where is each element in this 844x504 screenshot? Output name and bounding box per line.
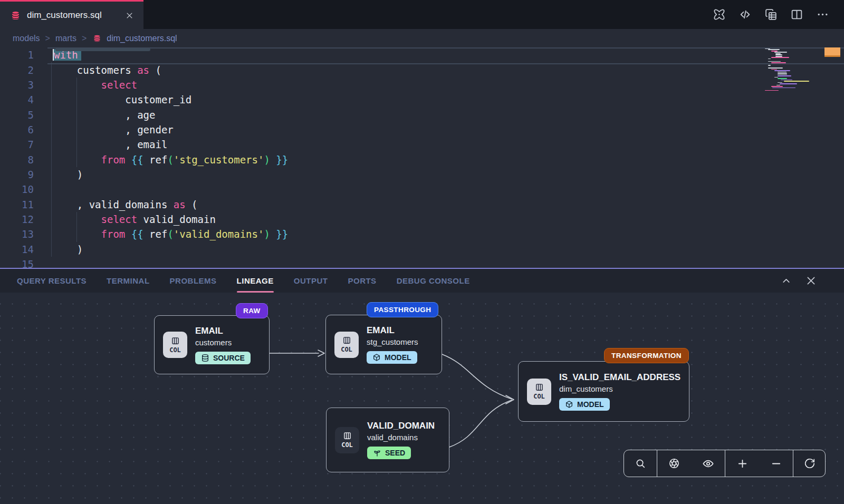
type-badge-label: MODEL [385,353,411,362]
code-line[interactable]: 6 , gender [0,122,844,137]
minimap-line [775,54,782,55]
panel-tab-output[interactable]: OUTPUT [294,269,328,293]
minimap-line [780,83,797,84]
code-token: ) [264,154,270,166]
breadcrumb-marts[interactable]: marts [55,34,76,43]
code-line[interactable]: 11 , valid_domains as ( [0,197,844,211]
minimap[interactable] [764,48,817,91]
code-token: , gender [53,124,174,135]
code-token: , age [53,109,155,121]
database-icon [93,34,101,43]
code-line[interactable]: 10 [0,182,844,197]
search-icon[interactable] [624,450,657,477]
code-text: , valid_domains as ( [53,199,198,210]
minimap-line [778,82,782,83]
zoom-in-icon[interactable] [725,450,759,477]
minimap-line [784,81,809,82]
code-token: valid_domain [137,214,216,225]
breadcrumb-file[interactable]: dim_customers.sql [107,34,177,43]
zoom-out-icon[interactable] [759,450,793,477]
line-number: 15 [0,258,34,268]
panel-tab-terminal[interactable]: TERMINAL [107,269,150,293]
line-number: 13 [0,228,34,240]
collapse-panel-icon[interactable] [781,275,792,286]
line-number: 6 [0,124,34,135]
split-editor-icon[interactable] [790,8,803,21]
code-token [270,228,276,240]
lineage-node-customers[interactable]: COL EMAIL customers SOURCE [154,315,270,374]
minimap-line [774,77,778,78]
minimap-line [771,69,777,70]
code-line[interactable]: 13 from {{ ref('valid_domains') }} [0,227,844,241]
code-line[interactable]: 2 customers as ( [0,62,844,77]
column-chip: COL [163,332,187,358]
code-text: , email [53,139,167,150]
code-token [53,154,101,166]
code-line[interactable]: 14 ) [0,241,844,256]
node-subtitle: stg_customers [367,337,418,346]
code-text: customers as ( [53,64,161,76]
line-number: 9 [0,169,34,180]
code-token: from [101,154,126,166]
more-icon[interactable] [816,8,829,21]
overview-ruler-marker [824,47,840,57]
code-line[interactable]: 8 from {{ ref('stg_customers') }} [0,152,844,167]
code-text: , age [53,109,155,121]
panel-tab-query-results[interactable]: QUERY RESULTS [17,269,87,293]
panel-tab-ports[interactable]: PORTS [348,269,376,293]
code-token: {{ [131,228,143,240]
close-panel-icon[interactable] [805,275,817,286]
editor-tab-bar: dim_customers.sql [0,0,844,29]
edge [449,400,512,447]
aperture-icon[interactable] [657,450,691,477]
node-subtitle: valid_domains [367,433,435,442]
code-token: select [101,214,138,225]
code-line[interactable]: 15 [0,257,844,268]
horizontal-scrollbar[interactable] [55,48,150,51]
line-number: 2 [0,64,34,76]
code-token: ) [53,244,83,255]
code-token [125,154,131,166]
node-title: IS_VALID_EMAIL_ADDRESS [559,372,680,383]
minimap-line [768,67,783,69]
refresh-icon[interactable] [793,450,826,477]
code-editor[interactable]: 1with2 customers as (3 select4 customer_… [0,47,844,268]
code-line[interactable]: 5 , age [0,107,844,122]
minimap-line [778,73,787,74]
minimap-line [775,56,782,57]
breadcrumb-models[interactable]: models [13,34,40,43]
code-line[interactable]: 7 , email [0,137,844,152]
code-line[interactable]: 3 select [0,77,844,92]
code-token: ( [167,228,173,240]
code-line[interactable]: 4 customer_id [0,92,844,107]
copy-table-icon[interactable] [764,8,778,21]
minimap-line [765,90,779,91]
column-chip-label: COL [341,441,353,449]
line-number: 1 [0,49,34,61]
type-badge-label: SOURCE [213,354,245,362]
code-token: {{ [131,154,143,166]
node-title: EMAIL [195,326,251,336]
panel-tab-problems[interactable]: PROBLEMS [170,269,217,293]
code-line[interactable]: 12 select valid_domain [0,212,844,227]
lineage-node-valid-domains[interactable]: COL VALID_DOMAIN valid_domains SEED [326,408,449,472]
lineage-canvas[interactable]: RAW PASSTHROUGH TRANSFORMATION COL EMAIL… [0,293,844,504]
line-number: 5 [0,109,34,121]
line-number: 7 [0,139,34,150]
tab-close-icon[interactable] [123,9,135,21]
minimap-line [781,80,792,81]
lineage-node-dim-customers[interactable]: COL IS_VALID_EMAIL_ADDRESS dim_customers… [518,361,689,422]
code-token [53,228,101,240]
code-line[interactable]: 9 ) [0,167,844,182]
panel-tab-lineage[interactable]: LINEAGE [237,269,274,293]
code-icon[interactable] [738,8,752,21]
tab-dim-customers-sql[interactable]: dim_customers.sql [0,0,143,29]
eye-icon[interactable] [691,450,725,477]
badge-transformation: TRANSFORMATION [604,348,689,363]
panel-tab-debug-console[interactable]: DEBUG CONSOLE [397,269,470,293]
badge-passthrough: PASSTHROUGH [367,302,438,317]
lineage-node-stg-customers[interactable]: COL EMAIL stg_customers MODEL [325,315,442,374]
dbt-logo-icon[interactable] [713,8,726,21]
code-text: ) [53,169,83,180]
code-token: , valid_domains [53,199,174,210]
